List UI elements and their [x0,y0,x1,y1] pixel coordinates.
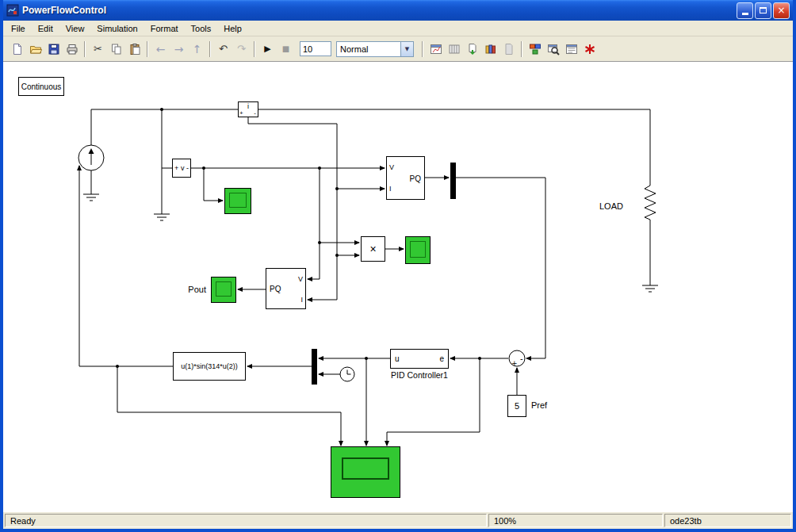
model-explorer-button[interactable] [562,40,580,58]
cut-button[interactable]: ✂ [89,40,107,58]
minimize-button[interactable] [737,2,753,19]
window-chart-button[interactable] [427,40,445,58]
fcn-block[interactable]: u(1)*sin(314*u(2)) [173,352,246,381]
voltage-measure-label: v [181,164,185,172]
pq-output-label: PQ [270,285,281,293]
pq-output-label: PQ [410,174,421,182]
clock-block[interactable] [340,367,354,381]
powergui-block[interactable]: Continuous [18,77,64,96]
load-block-name[interactable]: LOAD [599,201,623,211]
scope-screen [216,281,232,297]
sim-mode-select[interactable]: Normal ▼ [336,41,414,57]
menu-item-tools[interactable]: Tools [185,22,218,35]
sum-sign-right: - [520,354,523,363]
pid-output-label: u [395,354,400,363]
restore-button[interactable] [755,2,771,19]
load-resistor-block[interactable] [645,182,656,230]
main-scope-block[interactable] [331,446,400,498]
pq-measurement-block[interactable]: V I PQ [266,268,306,309]
pid-controller-block[interactable]: u e [390,349,449,369]
powergui-label: Continuous [21,82,62,91]
i-input-label: I [389,185,392,193]
minus-terminal: - [254,109,256,117]
save-icon [48,43,60,55]
mux-block[interactable] [312,349,317,385]
chevron-down-icon: ▼ [405,46,409,52]
current-measurement-block[interactable]: i + - [238,101,258,117]
current-measure-label: i [247,102,249,110]
menu-item-help[interactable]: Help [217,22,248,35]
update-diagram-button[interactable] [463,40,481,58]
pq-measurement-block[interactable]: V I PQ [386,156,425,200]
app-window: PowerFlowControl × File Edit View Simula… [0,0,796,532]
redo-button[interactable]: ↷ [232,40,251,58]
toolbar-separator [422,41,423,57]
menu-item-view[interactable]: View [59,22,91,35]
model-explorer-icon [565,43,578,55]
scope-block[interactable] [405,236,431,264]
sum-block[interactable]: - + [509,350,525,367]
red-asterisk-icon [584,43,596,55]
copy-button[interactable] [107,40,125,58]
menu-item-simulation[interactable]: Simulation [90,22,144,35]
print-button[interactable] [63,40,81,58]
menu-item-file[interactable]: File [5,22,32,35]
save-button[interactable] [44,40,63,58]
library-stack-button[interactable] [481,40,499,58]
wires-layer: - + [3,62,793,511]
pid-input-label: e [439,354,444,363]
statusbar: Ready 100% ode23tb [3,511,793,529]
paste-button[interactable] [125,40,144,58]
constant-value: 5 [515,401,519,411]
grid-button[interactable] [445,40,463,58]
toolbar-separator [147,41,148,57]
open-button[interactable] [26,40,44,58]
voltage-measurement-block[interactable]: + v - [172,159,191,178]
undo-button[interactable]: ↶ [214,40,232,58]
signal-wires[interactable] [79,117,545,446]
up-button[interactable]: ↑ [188,40,206,58]
ac-current-source-block[interactable] [78,145,104,170]
debug-button[interactable] [580,40,599,58]
window-chart-icon [430,43,442,55]
scope-pout-name[interactable]: Pout [173,285,206,294]
constant-name[interactable]: Pref [531,400,547,410]
find-button[interactable] [544,40,562,58]
sim-mode-value: Normal [337,44,400,54]
grid-icon [448,43,461,55]
titlebar[interactable]: PowerFlowControl × [3,0,793,21]
page-disabled-button[interactable] [499,40,518,58]
zoom-level: 100% [488,514,663,527]
scope-screen [410,241,426,258]
stop-simulation-button[interactable]: ■ [277,40,295,58]
new-button[interactable] [8,40,26,58]
menu-item-edit[interactable]: Edit [32,22,59,35]
library-browser-button[interactable] [526,40,544,58]
status-message: Ready [5,514,487,527]
scope-block[interactable] [224,188,251,214]
scope-pout-block[interactable] [211,277,236,303]
ground-symbol[interactable] [154,214,170,220]
toolbar-separator [84,41,86,57]
pid-controller-name[interactable]: PID Controller1 [384,370,455,380]
constant-block[interactable]: 5 [507,395,526,417]
forward-button[interactable]: → [170,40,188,58]
back-button[interactable]: ← [151,40,170,58]
model-canvas[interactable]: - + Continuous i + - [3,62,793,511]
mux-block[interactable] [450,163,456,199]
find-window-icon [547,43,560,55]
menu-item-format[interactable]: Format [144,22,185,35]
start-simulation-button[interactable]: ▶ [258,40,277,58]
plus-terminal: + [174,164,178,172]
dropdown-button[interactable]: ▼ [400,42,413,56]
sim-stop-time-input[interactable] [300,41,331,56]
close-button[interactable]: × [773,2,790,19]
product-block[interactable]: × [361,236,385,262]
ground-symbol[interactable] [642,285,658,292]
page-gray-icon [503,43,515,55]
copy-icon [110,43,123,55]
window-title: PowerFlowControl [22,5,735,16]
ground-symbol[interactable] [83,194,99,201]
forward-icon: → [174,44,184,55]
books-icon [484,43,497,55]
